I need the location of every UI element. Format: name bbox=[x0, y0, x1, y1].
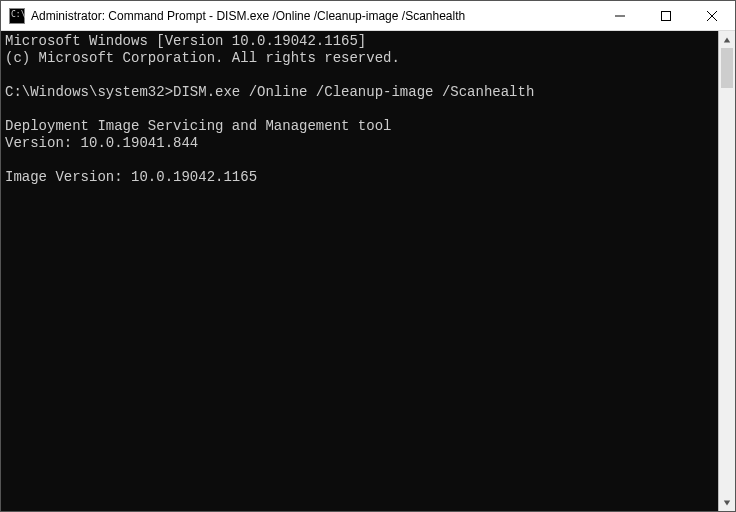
os-version-line: Microsoft Windows [Version 10.0.19042.11… bbox=[5, 33, 366, 49]
svg-rect-1 bbox=[662, 11, 671, 20]
image-version: Image Version: 10.0.19042.1165 bbox=[5, 169, 257, 185]
cmd-icon bbox=[9, 8, 25, 24]
copyright-line: (c) Microsoft Corporation. All rights re… bbox=[5, 50, 400, 66]
vertical-scrollbar[interactable] bbox=[718, 31, 735, 511]
svg-marker-4 bbox=[724, 37, 730, 42]
chevron-up-icon bbox=[723, 36, 731, 44]
client-area: Microsoft Windows [Version 10.0.19042.11… bbox=[1, 31, 735, 511]
close-button[interactable] bbox=[689, 1, 735, 30]
minimize-icon bbox=[615, 11, 625, 21]
minimize-button[interactable] bbox=[597, 1, 643, 30]
console-output[interactable]: Microsoft Windows [Version 10.0.19042.11… bbox=[1, 31, 718, 511]
dism-version: Version: 10.0.19041.844 bbox=[5, 135, 198, 151]
scroll-track[interactable] bbox=[719, 48, 735, 494]
window-controls bbox=[597, 1, 735, 30]
maximize-icon bbox=[661, 11, 671, 21]
maximize-button[interactable] bbox=[643, 1, 689, 30]
scroll-thumb[interactable] bbox=[721, 48, 733, 88]
command-prompt-window: Administrator: Command Prompt - DISM.exe… bbox=[0, 0, 736, 512]
titlebar[interactable]: Administrator: Command Prompt - DISM.exe… bbox=[1, 1, 735, 31]
prompt-path: C:\Windows\system32> bbox=[5, 84, 173, 100]
close-icon bbox=[707, 11, 717, 21]
entered-command: DISM.exe /Online /Cleanup-image /Scanhea… bbox=[173, 84, 534, 100]
prompt-line: C:\Windows\system32>DISM.exe /Online /Cl… bbox=[5, 84, 534, 100]
scroll-up-button[interactable] bbox=[719, 31, 735, 48]
dism-tool-name: Deployment Image Servicing and Managemen… bbox=[5, 118, 391, 134]
chevron-down-icon bbox=[723, 499, 731, 507]
scroll-down-button[interactable] bbox=[719, 494, 735, 511]
svg-marker-5 bbox=[724, 500, 730, 505]
window-title: Administrator: Command Prompt - DISM.exe… bbox=[31, 9, 597, 23]
